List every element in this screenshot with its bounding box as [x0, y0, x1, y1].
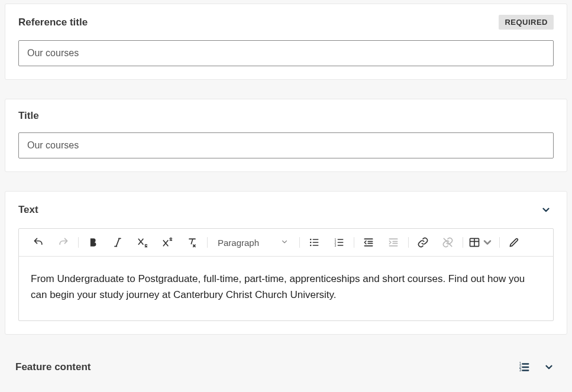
reference-title-header: Reference title REQUIRED: [18, 15, 554, 30]
bullet-list-icon: [308, 237, 320, 248]
clear-format-icon: [186, 237, 198, 248]
undo-icon: [33, 237, 44, 248]
required-badge: REQUIRED: [499, 15, 554, 30]
indent-button[interactable]: [383, 232, 403, 252]
bullet-list-button[interactable]: [304, 232, 324, 252]
paragraph-format-select[interactable]: Paragraph: [212, 232, 295, 252]
svg-point-1: [310, 242, 312, 244]
unlink-icon: [442, 237, 454, 248]
indent-icon: [387, 237, 399, 248]
feature-content-actions: 123: [515, 358, 557, 376]
toolbar-group-link: [408, 232, 463, 252]
superscript-icon: [161, 237, 173, 248]
bold-button[interactable]: [83, 232, 103, 252]
title-input[interactable]: [18, 132, 554, 158]
chevron-down-icon: [481, 237, 493, 248]
subscript-button[interactable]: [133, 232, 153, 252]
pencil-icon: [508, 237, 520, 248]
unlink-button[interactable]: [438, 232, 458, 252]
toolbar-group-lists: 123: [299, 232, 354, 252]
svg-text:3: 3: [519, 368, 522, 372]
outdent-icon: [363, 237, 374, 248]
undo-button[interactable]: [28, 232, 49, 252]
redo-icon: [57, 237, 69, 248]
chevron-down-icon: [541, 205, 551, 215]
link-button[interactable]: [413, 232, 433, 252]
link-icon: [417, 237, 429, 248]
table-icon: [468, 237, 480, 248]
toolbar-group-paragraph: Paragraph: [207, 232, 299, 252]
toolbar-group-indent: [354, 232, 408, 252]
italic-button[interactable]: [108, 232, 128, 252]
numbered-list-button[interactable]: 123: [329, 232, 349, 252]
subscript-icon: [137, 237, 148, 248]
paragraph-format-label: Paragraph: [218, 238, 259, 248]
toolbar-group-history: [24, 232, 78, 252]
text-panel: Text: [5, 191, 567, 335]
title-panel: Title: [5, 99, 567, 172]
edit-source-button[interactable]: [504, 232, 524, 252]
svg-point-2: [310, 245, 312, 247]
redo-button[interactable]: [53, 232, 73, 252]
title-header: Title: [18, 110, 554, 122]
reference-title-panel: Reference title REQUIRED: [5, 4, 567, 80]
superscript-button[interactable]: [157, 232, 177, 252]
feature-content-label: Feature content: [15, 361, 91, 373]
toolbar-group-edit: [499, 232, 529, 252]
reference-title-label: Reference title: [18, 17, 88, 28]
editor-toolbar: Paragraph 123: [19, 229, 553, 257]
feature-collapse-button[interactable]: [541, 359, 557, 375]
svg-text:3: 3: [335, 244, 337, 247]
rich-text-editor: Paragraph 123: [18, 228, 554, 321]
numbered-list-icon: 123: [333, 237, 345, 248]
toolbar-group-format: [78, 232, 207, 252]
editor-content[interactable]: From Undergraduate to Postgraduate, full…: [19, 257, 553, 320]
outdent-button[interactable]: [358, 232, 379, 252]
feature-content-section: Feature content 123: [5, 354, 567, 378]
bold-icon: [87, 237, 99, 248]
table-button[interactable]: [467, 232, 495, 252]
clear-format-button[interactable]: [182, 232, 202, 252]
toolbar-group-table: [463, 232, 499, 252]
chevron-down-icon: [280, 238, 289, 248]
chevron-down-icon: [544, 362, 554, 372]
reference-title-input[interactable]: [18, 40, 554, 66]
list-icon: 123: [518, 361, 531, 374]
svg-point-0: [310, 239, 312, 241]
italic-icon: [112, 237, 124, 248]
title-label: Title: [18, 110, 39, 122]
feature-list-button[interactable]: 123: [515, 358, 533, 376]
text-header: Text: [18, 202, 554, 218]
text-collapse-button[interactable]: [538, 202, 554, 218]
text-label: Text: [18, 204, 38, 216]
